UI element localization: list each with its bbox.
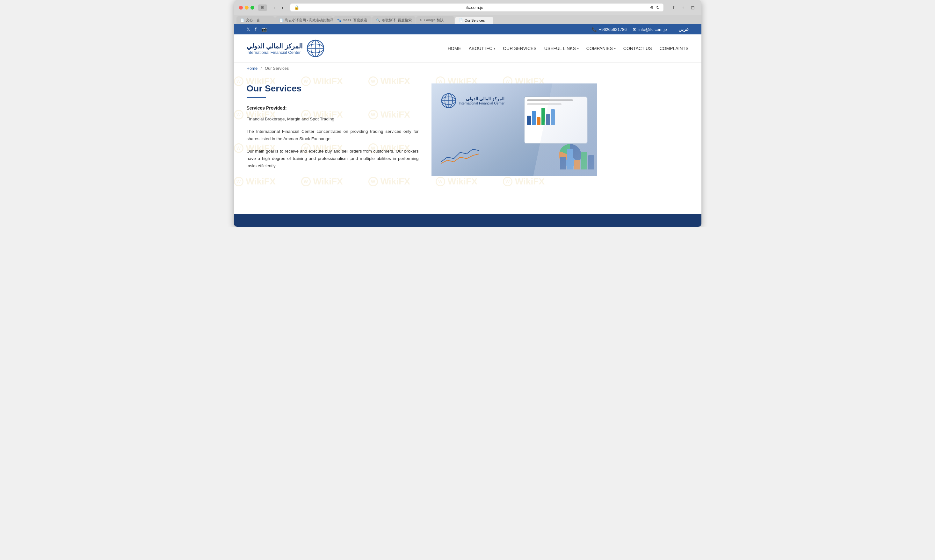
content-left: Our Services Services Provided: Financia… (246, 83, 419, 175)
address-bar[interactable]: 🔒 ifc.com.jo ⊕ ↻ (290, 3, 664, 12)
share-icon[interactable]: ⬆ (670, 4, 677, 11)
browser-titlebar: ⊞ ‹ › 🔒 ifc.com.jo ⊕ ↻ ⬆ + ⊟ (234, 0, 701, 15)
nav-home[interactable]: HOME (448, 45, 461, 52)
para1: The International Financial Center conce… (246, 128, 419, 143)
service-image: المركز المالي الدولي International Finan… (431, 83, 597, 176)
phone-number: +96265621786 (599, 27, 627, 32)
image-logo-english: International Financial Center (459, 101, 505, 105)
email-address: info@ifc.com.jo (638, 27, 667, 32)
service-name: Financial Brokerage, Margin and Spot Tra… (246, 115, 419, 123)
sidebar-icon[interactable]: ⊟ (689, 4, 696, 11)
tab-google-translate[interactable]: G Google 翻訳 (416, 16, 454, 24)
translate-icon[interactable]: ⊕ (650, 5, 654, 10)
tab-our-services[interactable]: 📄 Our Services (455, 17, 493, 24)
browser-tabs-bar: 📄 文心一言 📄 彩云小译官网 - 高效准确的翻译... 🐾 mass_百度搜索… (234, 15, 701, 24)
tab-label: mass_百度搜索 (343, 18, 367, 23)
nav-arrows: ‹ › (271, 4, 286, 11)
forward-button[interactable]: › (279, 4, 286, 11)
services-heading: Services Provided: (246, 105, 419, 111)
browser-actions: ⬆ + ⊟ (670, 4, 696, 11)
tab-favicon: G (420, 18, 422, 22)
line-chart (441, 146, 479, 166)
window-controls (239, 6, 254, 9)
instagram-link[interactable]: 📷 (261, 27, 267, 32)
security-icon: 🔒 (294, 5, 299, 10)
tab-caiyun[interactable]: 📄 彩云小译官网 - 高效准确的翻译... (275, 16, 333, 24)
title-underline (246, 97, 266, 98)
breadcrumb-home-link[interactable]: Home (246, 66, 258, 71)
arabic-language-link[interactable]: عربي (678, 27, 689, 32)
nav-contact-us[interactable]: CONTACT US (623, 45, 652, 52)
tab-favicon: 🔍 (376, 18, 380, 22)
navigation: HOME ABOUT IFC ▾ OUR SERVICES USEFUL LIN… (448, 45, 689, 52)
tab-wenxin[interactable]: 📄 文心一言 (236, 16, 275, 24)
nav-about-ifc[interactable]: ABOUT IFC ▾ (469, 45, 495, 52)
nav-our-services[interactable]: OUR SERVICES (503, 45, 537, 52)
image-background: المركز المالي الدولي International Finan… (431, 83, 597, 176)
tab-favicon: 📄 (279, 18, 283, 22)
website-content: 𝕏 f 📷 📞 +96265621786 ✉ info@ifc.com.jo ع… (234, 24, 701, 227)
contact-info: 📞 +96265621786 ✉ info@ifc.com.jo عربي (592, 27, 689, 32)
breadcrumb: Home / Our Services (234, 62, 701, 74)
logo-english-text: International Financial Center (246, 50, 303, 55)
logo-text: المركز المالي الدولي International Finan… (246, 42, 303, 55)
nav-complaints[interactable]: COMPLAINTS (659, 45, 689, 52)
browser-window: ⊞ ‹ › 🔒 ifc.com.jo ⊕ ↻ ⬆ + ⊟ 📄 文心一言 📄 彩云… (234, 0, 701, 227)
phone-contact: 📞 +96265621786 (592, 27, 627, 32)
maximize-window-button[interactable] (251, 6, 254, 9)
tab-favicon: 📄 (459, 18, 463, 22)
tab-google-translate-baidu[interactable]: 🔍 谷歌翻译_百度搜索 (372, 16, 416, 24)
url-display: ifc.com.jo (302, 5, 647, 10)
email-icon: ✉ (633, 27, 636, 32)
new-tab-icon[interactable]: + (680, 4, 687, 11)
tab-overview-button[interactable]: ⊞ (258, 5, 267, 11)
content-right: المركز المالي الدولي International Finan… (431, 83, 597, 176)
tab-favicon: 📄 (240, 18, 244, 22)
reload-icon[interactable]: ↻ (656, 5, 660, 10)
chevron-down-icon: ▾ (577, 47, 579, 50)
top-bar: 𝕏 f 📷 📞 +96265621786 ✉ info@ifc.com.jo ع… (234, 24, 701, 34)
logo-icon (307, 40, 324, 57)
close-window-button[interactable] (239, 6, 243, 9)
twitter-link[interactable]: 𝕏 (246, 27, 250, 32)
image-logo: المركز المالي الدولي International Finan… (441, 93, 505, 108)
nav-useful-links[interactable]: USEFUL LINKS ▾ (544, 45, 579, 52)
site-header: المركز المالي الدولي International Finan… (234, 34, 701, 62)
facebook-link[interactable]: f (255, 27, 257, 32)
logo-arabic-text: المركز المالي الدولي (246, 42, 303, 50)
image-logo-icon (441, 93, 456, 108)
breadcrumb-separator: / (261, 66, 262, 71)
footer-bar (234, 214, 701, 227)
tab-mass[interactable]: 🐾 mass_百度搜索 (333, 16, 371, 24)
tab-label: 谷歌翻译_百度搜索 (382, 18, 412, 23)
tab-label: Our Services (465, 18, 485, 22)
social-links: 𝕏 f 📷 (246, 27, 267, 32)
content-grid: Our Services Services Provided: Financia… (246, 83, 597, 176)
tab-favicon: 🐾 (337, 18, 341, 22)
main-content: WWikiFX WWikiFX WWikiFX WWikiFX WWikiFX … (234, 74, 701, 208)
tab-label: Google 翻訳 (424, 18, 444, 23)
breadcrumb-current: Our Services (265, 66, 289, 71)
para2: Our main goal is to receive and execute … (246, 148, 419, 170)
email-contact: ✉ info@ifc.com.jo (633, 27, 667, 32)
tab-label: 文心一言 (246, 18, 260, 23)
back-button[interactable]: ‹ (271, 4, 278, 11)
nav-companies[interactable]: COMPANIES ▾ (586, 45, 616, 52)
chevron-down-icon: ▾ (614, 47, 616, 50)
phone-icon: 📞 (592, 27, 597, 32)
tab-label: 彩云小译官网 - 高效准确的翻译... (285, 18, 337, 23)
page-title: Our Services (246, 83, 419, 94)
chevron-down-icon: ▾ (494, 47, 495, 50)
minimize-window-button[interactable] (245, 6, 249, 9)
image-logo-arabic: المركز المالي الدولي (459, 96, 505, 101)
logo-area[interactable]: المركز المالي الدولي International Finan… (246, 40, 324, 57)
